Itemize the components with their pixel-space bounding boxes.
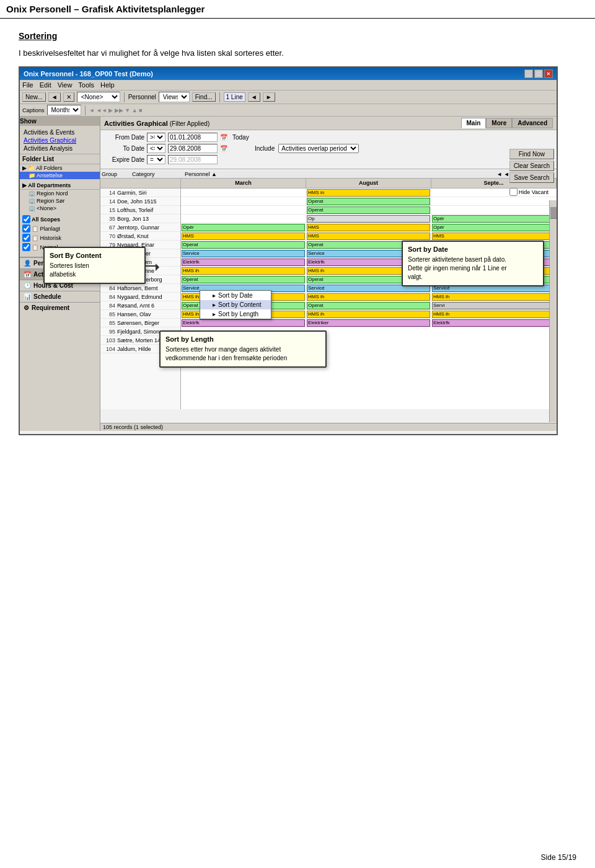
folder-expander[interactable]: ▶ xyxy=(22,165,27,171)
pers-num-95: 95 xyxy=(102,329,115,335)
act-hms-5-2[interactable]: HMS xyxy=(307,224,430,231)
calendar-btn-1[interactable]: 📅 xyxy=(220,134,227,141)
act-operat-5-3[interactable]: Opér xyxy=(432,224,555,231)
today-btn[interactable]: Today xyxy=(232,134,249,141)
folder-ansettelse[interactable]: 📁 Ansettelse xyxy=(20,172,100,179)
act-hms-13-2[interactable]: HMS ih xyxy=(307,293,430,301)
act-operat-5-1[interactable]: Opér xyxy=(182,224,305,231)
act-elek-16-3[interactable]: Elektrfk xyxy=(432,319,555,327)
find-buttons: Find Now Clear Search Save Search Hide V… xyxy=(509,149,554,196)
act-serv-14-3[interactable]: Servi xyxy=(432,302,555,309)
act-service-8-1[interactable]: Service xyxy=(182,250,305,257)
act-operat-1[interactable]: Operat xyxy=(307,198,430,205)
minimize-button[interactable]: _ xyxy=(524,69,533,78)
act-hms-15-2[interactable]: HMS ih xyxy=(307,311,430,318)
ctx-sort-content[interactable]: ▸ Sort by Content xyxy=(200,300,271,309)
menu-tools[interactable]: Tools xyxy=(78,81,94,89)
menu-file[interactable]: File xyxy=(22,81,33,89)
scope-historisk-check[interactable] xyxy=(22,234,30,242)
pers-name-haftorsen: Haftorsen, Bernt xyxy=(117,285,158,291)
dept-region-sor[interactable]: 🏢 Region Sør xyxy=(20,197,100,205)
close-button[interactable]: × xyxy=(544,69,553,78)
act-elek-9-1[interactable]: Elektrfk xyxy=(182,259,305,266)
act-operat-7[interactable]: Operat xyxy=(182,241,305,249)
nav-requirement[interactable]: ⚙ Requirement xyxy=(20,302,100,313)
cal-cell-16-2: Elektriker xyxy=(306,319,431,327)
tab-advanced[interactable]: Advanced xyxy=(512,118,553,128)
page-header: Onix Personell – Grafisk Aktivitetsplanl… xyxy=(0,0,595,19)
act-hms-13-3[interactable]: HMS ih xyxy=(432,293,555,301)
act-op-gray[interactable]: Op xyxy=(307,215,430,223)
expire-date-input[interactable] xyxy=(168,155,218,164)
filter-form: From Date >= 📅 Today To Date <= 📅 Includ… xyxy=(100,130,557,169)
dept-expander[interactable]: ▶ xyxy=(22,182,27,188)
to-date-input[interactable] xyxy=(168,144,218,153)
tab-main[interactable]: Main xyxy=(461,118,487,128)
tab-more[interactable]: More xyxy=(486,118,512,128)
expire-date-op[interactable]: = xyxy=(147,155,165,164)
nav-activities-events[interactable]: Activities & Events xyxy=(22,128,97,136)
nav-activities-graphical[interactable]: Activities Graphical xyxy=(22,136,97,144)
page-footer: Side 15/19 xyxy=(541,853,576,862)
act-hms-in[interactable]: HMS in xyxy=(307,189,430,197)
include-dropdown[interactable]: Activities overlap period xyxy=(278,144,359,153)
delete-button[interactable]: ✕ xyxy=(63,92,74,102)
act-hms-15-3[interactable]: HMS ih xyxy=(432,311,555,318)
dept-none[interactable]: 🏢 <None> xyxy=(20,205,100,212)
act-operat-14-2[interactable]: Operat xyxy=(307,302,430,309)
nav-activities-analysis[interactable]: Activities Analysis xyxy=(22,144,97,153)
act-operat-3[interactable]: Opér xyxy=(432,215,555,223)
back-button[interactable]: ◄ xyxy=(48,92,61,102)
folder-all[interactable]: ▶ 📁 All Folders xyxy=(20,164,100,172)
to-date-op[interactable]: <= xyxy=(147,144,165,153)
arrow-left[interactable]: ◄ xyxy=(248,92,260,102)
calendar-btn-2[interactable]: 📅 xyxy=(220,145,227,152)
maximize-button[interactable]: □ xyxy=(534,69,543,78)
personnel-row-jerntorp: 67 Jerntorp, Gunnar xyxy=(100,223,180,232)
act-operat-11-1[interactable]: Operat xyxy=(182,276,305,283)
all-scopes-check[interactable] xyxy=(22,215,30,223)
nav-icons: ◄ ◄◄ ▶ ▶▶ ▼ ▲ ■ xyxy=(89,107,143,113)
personnel-row-doe: 14 Doe, John 1515 xyxy=(100,197,180,206)
menu-edit[interactable]: Edit xyxy=(40,81,51,89)
act-hms-6-2[interactable]: HMS xyxy=(307,232,430,240)
hide-vacant-check[interactable] xyxy=(509,188,518,196)
new-button[interactable]: New... xyxy=(22,92,46,102)
dept-region-nord[interactable]: 🏢 Region Nord xyxy=(20,190,100,197)
menu-view[interactable]: View xyxy=(58,81,73,89)
ctx-sort-date[interactable]: ▸ Sort by Date xyxy=(200,291,271,300)
act-operat-2[interactable]: Operat xyxy=(307,206,430,214)
find-now-button[interactable]: Find Now xyxy=(509,149,554,159)
separator-3 xyxy=(85,105,86,115)
scrollbar-thumb[interactable] xyxy=(550,206,557,219)
act-elek-16-2[interactable]: Elektriker xyxy=(307,319,430,327)
save-search-button[interactable]: Save Search xyxy=(509,172,554,183)
menu-help[interactable]: Help xyxy=(100,81,115,89)
pers-num-35: 35 xyxy=(102,216,115,222)
cal-row-1: HMS in xyxy=(181,188,557,197)
clear-search-button[interactable]: Clear Search xyxy=(509,161,554,171)
from-date-input[interactable] xyxy=(168,133,218,142)
hide-vacant-label: Hide Vacant xyxy=(519,189,549,195)
act-hms-6-1[interactable]: HMS xyxy=(182,232,305,240)
from-date-op[interactable]: >= xyxy=(147,133,165,142)
show-title: Show xyxy=(20,117,100,126)
act-elek-16-1[interactable]: Elektrfk xyxy=(182,319,305,327)
dept-icon-2: 🏢 xyxy=(29,198,35,204)
ctx-sort-length[interactable]: ▸ Sort by Length xyxy=(200,309,271,319)
pers-name-garmin: Garmin, Siri xyxy=(117,190,147,196)
arrow-right[interactable]: ► xyxy=(263,92,275,102)
act-hms-10-1[interactable]: HMS ih xyxy=(182,267,305,275)
personnel-column: 14 Garmin, Siri 14 Doe, John 1515 15 Lof… xyxy=(100,179,181,409)
personnel-label: Personnel xyxy=(128,94,156,100)
vertical-scrollbar[interactable] xyxy=(549,200,557,422)
views-dropdown[interactable]: Views... xyxy=(159,92,190,102)
nav-schedule[interactable]: 📊 Schedule xyxy=(20,291,100,302)
period-dropdown[interactable]: Months xyxy=(47,105,81,115)
lookup-dropdown[interactable]: <None> xyxy=(77,92,120,102)
scope-normal-check[interactable] xyxy=(22,243,30,251)
calendar-area: 14 Garmin, Siri 14 Doe, John 1515 15 Lof… xyxy=(100,179,557,409)
find-button[interactable]: Find... xyxy=(192,92,216,102)
act-hms-6-3[interactable]: HMS xyxy=(432,232,555,240)
scope-planlagt-check[interactable] xyxy=(22,224,30,232)
